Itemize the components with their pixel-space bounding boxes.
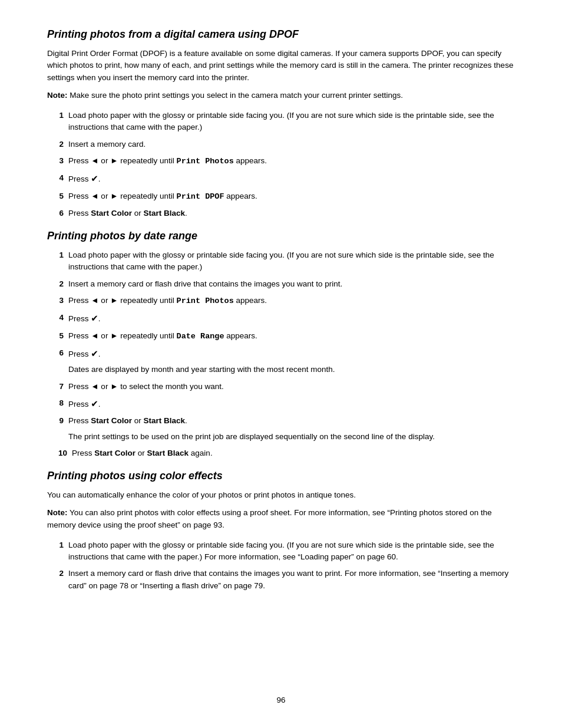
step9-sub-text: The print settings to be used on the pri… <box>68 431 515 443</box>
step-content: Press ◄ or ► repeatedly until Print DPOF… <box>68 190 515 203</box>
step-number: 6 <box>47 347 68 359</box>
section3-note: Note: You can also print photos with col… <box>47 507 515 531</box>
step-number: 2 <box>47 568 68 579</box>
step-number: 1 <box>47 249 68 261</box>
list-item: 6 Press ✔. <box>47 347 515 361</box>
section3-title: Printing photos using color effects <box>47 470 515 482</box>
list-item: 7 Press ◄ or ► to select the month you w… <box>47 381 515 393</box>
list-item: 4 Press ✔. <box>47 172 515 186</box>
step-number: 9 <box>47 415 68 427</box>
step-number: 7 <box>47 381 68 393</box>
step-number: 2 <box>47 139 68 150</box>
step-content: Insert a memory card or flash drive that… <box>68 278 515 290</box>
list-item: 5 Press ◄ or ► repeatedly until Print DP… <box>47 190 515 203</box>
list-item: 3 Press ◄ or ► repeatedly until Print Ph… <box>47 155 515 167</box>
step-content: Press ✔. <box>68 172 515 186</box>
step-number: 1 <box>47 539 68 551</box>
section1-title: Printing photos from a digital camera us… <box>47 28 515 41</box>
list-item: 9 Press Start Color or Start Black. <box>47 415 515 427</box>
step-content: Press Start Color or Start Black again. <box>72 447 515 459</box>
list-item: 2 Insert a memory card or flash drive th… <box>47 278 515 290</box>
step-number: 1 <box>47 110 68 121</box>
list-item: 1 Load photo paper with the glossy or pr… <box>47 249 515 274</box>
section2-title: Printing photos by date range <box>47 230 515 242</box>
section1-note-body: Make sure the photo print settings you s… <box>68 91 404 100</box>
section2-steps-last: 10 Press Start Color or Start Black agai… <box>47 447 515 459</box>
list-item: 3 Press ◄ or ► repeatedly until Print Ph… <box>47 295 515 307</box>
step-content: Insert a memory card. <box>68 139 515 150</box>
section1-steps: 1 Load photo paper with the glossy or pr… <box>47 110 515 219</box>
step-number: 6 <box>47 207 68 219</box>
step-content: Load photo paper with the glossy or prin… <box>68 110 515 134</box>
section1-intro: Digital Print Order Format (DPOF) is a f… <box>47 48 515 84</box>
section1-note-label: Note: <box>47 91 68 100</box>
step-content: Press ◄ or ► repeatedly until Date Range… <box>68 330 515 342</box>
step-content: Load photo paper with the glossy or prin… <box>68 539 515 564</box>
step-number: 3 <box>47 155 68 167</box>
step-number: 4 <box>47 312 68 324</box>
step-content: Press ✔. <box>68 312 515 325</box>
list-item: 2 Insert a memory card. <box>47 139 515 150</box>
section3-intro: You can automatically enhance the color … <box>47 489 515 501</box>
step-content: Load photo paper with the glossy or prin… <box>68 249 515 274</box>
step-number: 8 <box>47 397 68 409</box>
step-content: Press Start Color or Start Black. <box>68 207 515 219</box>
page: Printing photos from a digital camera us… <box>0 0 562 728</box>
step-content: Press ✔. <box>68 347 515 361</box>
step-content: Press ✔. <box>68 397 515 411</box>
page-number: 96 <box>276 696 285 704</box>
list-item: 4 Press ✔. <box>47 312 515 325</box>
section1-note: Note: Make sure the photo print settings… <box>47 90 515 101</box>
step-content: Press ◄ or ► repeatedly until Print Phot… <box>68 155 515 167</box>
section3-note-body: You can also print photos with color eff… <box>47 508 492 529</box>
list-item: 10 Press Start Color or Start Black agai… <box>47 447 515 459</box>
step-content: Press ◄ or ► to select the month you wan… <box>68 381 515 393</box>
step-content: Press Start Color or Start Black. <box>68 415 515 427</box>
step-number: 10 <box>47 447 72 459</box>
list-item: 1 Load photo paper with the glossy or pr… <box>47 110 515 134</box>
section2-steps: 1 Load photo paper with the glossy or pr… <box>47 249 515 360</box>
list-item: 8 Press ✔. <box>47 397 515 411</box>
step-number: 5 <box>47 330 68 342</box>
list-item: 6 Press Start Color or Start Black. <box>47 207 515 219</box>
section3-steps: 1 Load photo paper with the glossy or pr… <box>47 539 515 592</box>
step-number: 2 <box>47 278 68 290</box>
step-number: 3 <box>47 295 68 307</box>
list-item: 1 Load photo paper with the glossy or pr… <box>47 539 515 564</box>
step-sub-text: Dates are displayed by month and year st… <box>68 364 515 375</box>
step-number: 5 <box>47 190 68 202</box>
list-item: 5 Press ◄ or ► repeatedly until Date Ran… <box>47 330 515 342</box>
step-content: Insert a memory card or flash drive that… <box>68 568 515 592</box>
step-number: 4 <box>47 172 68 184</box>
section2-steps-cont: 7 Press ◄ or ► to select the month you w… <box>47 381 515 427</box>
page-footer: 96 <box>0 696 562 704</box>
section3-note-label: Note: <box>47 508 68 517</box>
list-item: 2 Insert a memory card or flash drive th… <box>47 568 515 592</box>
step-content: Press ◄ or ► repeatedly until Print Phot… <box>68 295 515 307</box>
